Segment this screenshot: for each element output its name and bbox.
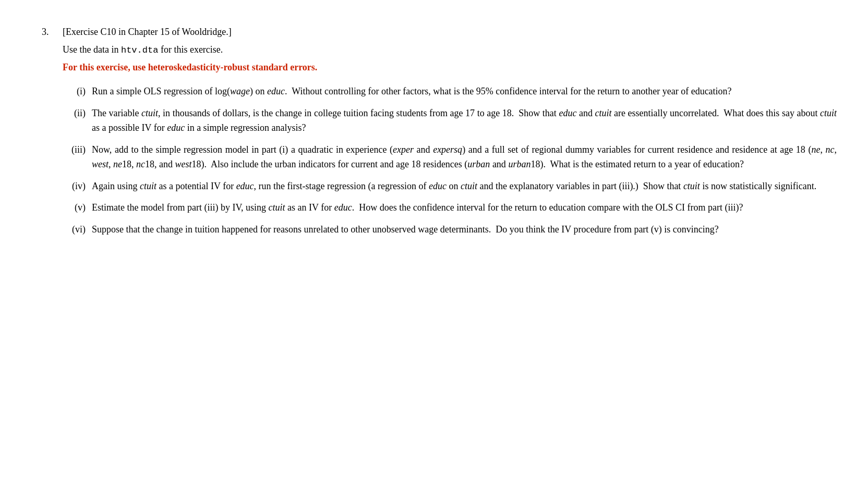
- educ-var-i: educ: [267, 86, 285, 96]
- part-vi-label: (vi): [63, 223, 90, 237]
- parts-list: (i) Run a simple OLS regression of log(w…: [63, 84, 837, 237]
- ctuit-var-ii-a: ctuit: [141, 108, 158, 118]
- wage-var: wage: [230, 86, 250, 96]
- intro-text: Use the data in: [63, 44, 118, 55]
- part-ii-label: (ii): [63, 106, 90, 121]
- part-iv-label: (iv): [63, 179, 90, 194]
- ne-var: ne: [811, 144, 820, 155]
- ne18-var: ne: [113, 159, 122, 169]
- problem-container: 3. [Exercise C10 in Chapter 15 of Wooldr…: [42, 25, 837, 243]
- part-iv-content: Again using ctuit as a potential IV for …: [92, 179, 837, 194]
- west18-var: west: [175, 159, 192, 169]
- part-iii-content: Now, add to the simple regression model …: [92, 143, 837, 172]
- educ-var-ii-b: educ: [167, 122, 185, 133]
- educ-var-iv-b: educ: [429, 181, 447, 191]
- ctuit-var-ii-c: ctuit: [820, 108, 837, 118]
- ctuit-var-ii-b: ctuit: [595, 108, 611, 118]
- part-v: (v) Estimate the model from part (iii) b…: [63, 201, 837, 215]
- problem-data-note: Use the data in htv.dta for this exercis…: [63, 43, 837, 57]
- problem-warning: For this exercise, use heteroskedasticit…: [63, 60, 837, 75]
- problem-body: [Exercise C10 in Chapter 15 of Wooldridg…: [63, 25, 837, 237]
- nc18-var: nc: [136, 159, 145, 169]
- problem-number: 3.: [42, 25, 58, 40]
- urban-var: urban: [467, 159, 490, 169]
- west-var: west: [92, 159, 108, 169]
- educ-var-ii: educ: [559, 108, 576, 118]
- exper-var: exper: [393, 144, 414, 155]
- problem-source: [Exercise C10 in Chapter 15 of Wooldridg…: [63, 25, 837, 40]
- part-vi-content: Suppose that the change in tuition happe…: [92, 223, 837, 237]
- ctuit-var-v: ctuit: [269, 202, 285, 213]
- problem-header: 3. [Exercise C10 in Chapter 15 of Wooldr…: [42, 25, 837, 237]
- educ-var-iv: educ: [236, 181, 254, 191]
- part-v-label: (v): [63, 201, 90, 215]
- part-vi: (vi) Suppose that the change in tuition …: [63, 223, 837, 237]
- ctuit-var-iv-a: ctuit: [140, 181, 156, 191]
- part-ii: (ii) The variable ctuit, in thousands of…: [63, 106, 837, 136]
- part-i: (i) Run a simple OLS regression of log(w…: [63, 84, 837, 99]
- data-filename: htv.dta: [121, 45, 158, 55]
- part-iii: (iii) Now, add to the simple regression …: [63, 143, 837, 172]
- intro-end-text: for this exercise.: [161, 44, 223, 55]
- educ-var-v: educ: [334, 202, 352, 213]
- part-iii-label: (iii): [63, 143, 90, 157]
- expersq-var: expersq: [433, 144, 462, 155]
- ctuit-var-iv-c: ctuit: [683, 181, 700, 191]
- urban18-var: urban: [508, 159, 531, 169]
- ctuit-var-iv-b: ctuit: [461, 181, 477, 191]
- part-ii-content: The variable ctuit, in thousands of doll…: [92, 106, 837, 136]
- source-text: [Exercise C10 in Chapter 15 of Wooldridg…: [63, 27, 232, 37]
- part-iv: (iv) Again using ctuit as a potential IV…: [63, 179, 837, 194]
- part-v-content: Estimate the model from part (iii) by IV…: [92, 201, 837, 215]
- part-i-label: (i): [63, 84, 90, 99]
- nc-var: nc: [826, 144, 835, 155]
- part-i-content: Run a simple OLS regression of log(wage)…: [92, 84, 837, 99]
